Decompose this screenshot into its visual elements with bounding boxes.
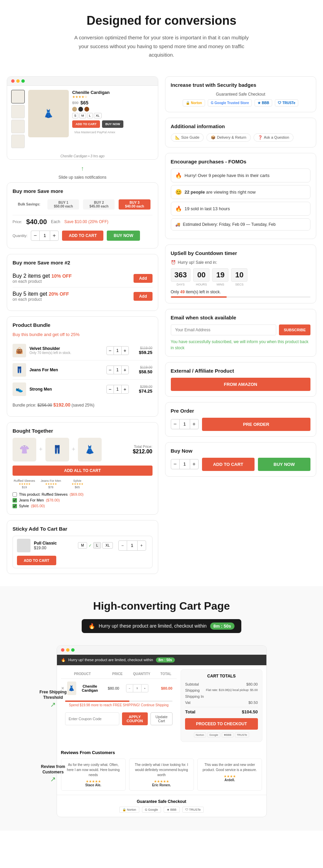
sticky-size-m[interactable]: M bbox=[78, 542, 87, 549]
truck-icon: 🚚 bbox=[175, 222, 180, 227]
shipping-fill bbox=[65, 701, 130, 702]
sticky-add-to-cart-button[interactable]: ADD TO CART bbox=[17, 556, 56, 565]
cart-demo-browser bbox=[57, 646, 266, 655]
from-amazon-button[interactable]: FROM AMAZON bbox=[171, 378, 311, 391]
ask-question-button[interactable]: ❓ Ask a Question bbox=[254, 133, 294, 142]
bt-check-3: Sylvie ($65.00) bbox=[13, 503, 153, 509]
subscribe-button[interactable]: SUBSCRIBE bbox=[279, 324, 310, 335]
size-s[interactable]: S bbox=[72, 113, 78, 118]
size-buttons: S M L XL bbox=[72, 113, 154, 118]
bt-img-3: 👗 bbox=[78, 438, 102, 461]
preorder-button[interactable]: PRE ORDER bbox=[202, 418, 311, 431]
buy-now-qty-control[interactable]: − 1 + bbox=[171, 459, 199, 469]
bundle-qty-2[interactable]: − 1 + bbox=[106, 366, 129, 374]
quantity-control[interactable]: − 1 + bbox=[31, 231, 59, 241]
add-to-cart-button-bmsm[interactable]: ADD TO CART bbox=[62, 231, 103, 241]
size-xl[interactable]: XL bbox=[94, 113, 102, 118]
bundle-qty-dec-1[interactable]: − bbox=[107, 347, 114, 355]
review-text-3: This was the order and new order product… bbox=[201, 762, 258, 772]
bt-checkbox-2[interactable] bbox=[13, 498, 17, 502]
cart-qty-inc[interactable]: + bbox=[142, 684, 148, 692]
totals-total-row: Total $104.50 bbox=[185, 707, 258, 715]
countdown-boxes: 363 DAYS 00 HOURS 19 MINS 10 SECS bbox=[171, 268, 311, 286]
add-all-to-cart-button[interactable]: ADD ALL TO CART bbox=[13, 466, 153, 476]
swatch-brown[interactable] bbox=[84, 107, 89, 112]
bundle-name-2: Jeans For Men bbox=[29, 368, 58, 372]
cart-qty-cell: − 1 + bbox=[126, 683, 154, 693]
sticky-qty-val: 1 bbox=[127, 541, 138, 550]
buy-now-button-buy-now[interactable]: BUY NOW bbox=[258, 458, 310, 471]
bundle-qty-inc-2[interactable]: + bbox=[122, 366, 128, 374]
price-row: Price: $40.00 Each Save $10.00 (20% OFF) bbox=[13, 215, 153, 229]
bundle-qty-3[interactable]: − 1 + bbox=[106, 385, 129, 394]
swatch-tan[interactable] bbox=[72, 107, 77, 112]
add-to-cart-button-buy-now[interactable]: ADD TO CART bbox=[202, 458, 255, 471]
sticky-qty-control[interactable]: − 1 + bbox=[118, 540, 146, 551]
proceed-to-checkout-button[interactable]: PROCEED TO CHECKOUT bbox=[185, 718, 258, 730]
apply-coupon-button[interactable]: APPLY COUPON bbox=[122, 712, 148, 725]
sticky-qty-dec[interactable]: − bbox=[119, 541, 127, 550]
preorder-qty-control[interactable]: − 1 + bbox=[171, 419, 199, 429]
sticky-size-l[interactable]: L bbox=[93, 542, 101, 549]
add-to-cart-button[interactable]: ADD TO CART bbox=[72, 120, 100, 128]
thumb-2[interactable] bbox=[11, 105, 25, 118]
buy-now-button-bmsm[interactable]: BUY NOW bbox=[107, 231, 140, 241]
cart-product-image: 👗 bbox=[67, 682, 77, 695]
preorder-card: Pre Order − 1 + PRE ORDER bbox=[165, 402, 317, 437]
size-guide-button[interactable]: 📐 Size Guide bbox=[171, 133, 204, 142]
preorder-qty-dec[interactable]: − bbox=[171, 419, 179, 429]
bundle-qty-1[interactable]: − 1 + bbox=[106, 346, 129, 355]
norton-badge: 🔒 Norton bbox=[183, 99, 205, 106]
bundle-img-3: 👟 bbox=[13, 382, 26, 396]
buy-now-qty-val: 1 bbox=[179, 459, 190, 469]
bt-label-2: Jeans For Men ★★★★★ $78 bbox=[39, 479, 63, 489]
thumb-3[interactable] bbox=[11, 120, 25, 133]
guarantee-google: G Google bbox=[142, 807, 161, 813]
truste-icon: 🛡 bbox=[278, 101, 281, 105]
swatch-black[interactable] bbox=[78, 107, 83, 112]
bundle-subtitle: Buy this bundle and get off to 25% bbox=[13, 332, 153, 337]
discount-sub-2: on each product bbox=[13, 297, 69, 302]
product-info: Chenille Cardigan ★★★★☆ $90 $65 S M bbox=[72, 90, 154, 148]
add-button-1[interactable]: Add bbox=[134, 274, 152, 283]
size-m[interactable]: M bbox=[79, 113, 86, 118]
preorder-qty-inc[interactable]: + bbox=[190, 419, 198, 429]
bundle-qty-inc-3[interactable]: + bbox=[122, 385, 128, 393]
thumb-1[interactable] bbox=[11, 90, 25, 103]
delivery-item: 🚚 Estimated Delivery: Friday, Feb 09 — T… bbox=[171, 218, 311, 231]
update-cart-button[interactable]: Update Cart bbox=[150, 712, 173, 725]
sticky-size-buttons: M ✓ L XL bbox=[78, 542, 113, 549]
sticky-size-xl[interactable]: XL bbox=[102, 542, 113, 549]
qty-decrease[interactable]: − bbox=[31, 231, 39, 240]
bt-plus-2: + bbox=[72, 446, 76, 453]
delivery-return-button[interactable]: 📦 Delivery & Return bbox=[206, 133, 250, 142]
bundle-qty-inc-1[interactable]: + bbox=[122, 347, 128, 355]
stock-bar bbox=[171, 296, 311, 298]
buy1-header[interactable]: BUY 1 $50.00 each bbox=[45, 198, 81, 211]
bundle-qty-dec-2[interactable]: − bbox=[107, 366, 114, 374]
thumb-4[interactable] bbox=[11, 135, 25, 148]
browser-dot-red bbox=[11, 79, 15, 83]
cart-qty-control[interactable]: − 1 + bbox=[126, 684, 148, 692]
size-l[interactable]: L bbox=[87, 113, 93, 118]
qty-increase[interactable]: + bbox=[50, 231, 58, 240]
bt-checkbox-3[interactable] bbox=[13, 504, 17, 508]
buy2-header[interactable]: BUY 2 $45.00 each bbox=[81, 198, 117, 211]
buy3-header[interactable]: BUY 3 $40.00 each bbox=[117, 198, 152, 211]
bt-checkbox-1[interactable] bbox=[13, 492, 17, 497]
buy-now-qty-inc[interactable]: + bbox=[190, 459, 198, 469]
buy-now-button[interactable]: BUY NOW bbox=[102, 120, 123, 128]
buy-now-qty-dec[interactable]: − bbox=[171, 459, 179, 469]
review-stars-2: ★★★★★ bbox=[133, 780, 190, 783]
email-input[interactable] bbox=[171, 324, 277, 335]
bundle-qty-dec-3[interactable]: − bbox=[107, 385, 114, 393]
sticky-product-image bbox=[17, 539, 31, 552]
cart-qty-dec[interactable]: − bbox=[126, 684, 133, 692]
add-button-2[interactable]: Add bbox=[134, 292, 152, 301]
page-title: Designed for conversions bbox=[7, 14, 316, 28]
sticky-qty-inc[interactable]: + bbox=[138, 541, 146, 550]
bundle-name-3: Strong Men bbox=[29, 387, 52, 392]
product-demo-card: 👗 Chenille Cardigan ★★★★☆ $90 $65 S bbox=[7, 76, 158, 160]
review-stars-3: ★★★★ bbox=[201, 774, 258, 778]
coupon-input[interactable] bbox=[65, 712, 119, 725]
